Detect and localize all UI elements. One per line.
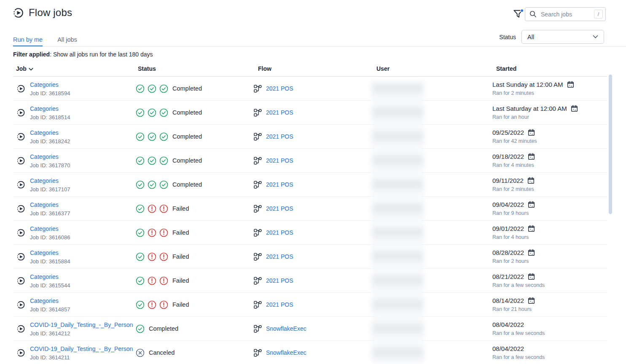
flow-jobs-page: Flow jobs / Run by me All jobs Status Al…	[0, 0, 626, 364]
job-name-link[interactable]: Categories	[30, 225, 59, 232]
job-name-link[interactable]: Categories	[30, 129, 59, 136]
flow-link[interactable]: 2021 POS	[266, 229, 293, 236]
column-header-user: User	[373, 63, 492, 76]
flow-run-icon	[16, 348, 25, 357]
success-icon	[148, 84, 156, 93]
success-icon	[148, 156, 156, 165]
table-row: Categories Job ID: 3618514 Completed 202…	[13, 101, 607, 125]
table-row: COVID-19_Daily_Testing_-_By_Person Job I…	[13, 341, 607, 364]
filter-applied-notice: Filter applied: Show all jobs run for th…	[13, 51, 153, 58]
table-row: Categories Job ID: 3618242 Completed 202…	[13, 125, 607, 149]
calendar-icon	[528, 273, 535, 280]
flow-link[interactable]: SnowflakeExec	[266, 325, 306, 332]
tab-all-jobs[interactable]: All jobs	[57, 36, 77, 46]
status-label: Completed	[172, 157, 202, 164]
error-icon	[159, 252, 168, 261]
job-name-link[interactable]: Categories	[30, 249, 59, 256]
search-box[interactable]: /	[525, 7, 606, 21]
table-row: Categories Job ID: 3616377 Failed 2021 P…	[13, 197, 607, 221]
job-name-link[interactable]: Categories	[30, 105, 59, 112]
filter-applied-text: : Show all jobs run for the last 180 day…	[50, 51, 153, 58]
column-header-job[interactable]: Job	[13, 63, 136, 76]
table-row: Categories Job ID: 3617870 Completed 202…	[13, 149, 607, 173]
started-date: 09/25/2022	[492, 129, 524, 136]
error-icon	[159, 276, 168, 285]
flow-icon	[254, 85, 262, 93]
job-name-link[interactable]: Categories	[30, 177, 59, 184]
run-duration: Ran for 2 hours	[492, 258, 529, 265]
flow-run-icon	[16, 324, 25, 333]
success-icon	[136, 108, 145, 117]
calendar-icon	[528, 201, 535, 208]
job-id: Job ID: 3614211	[30, 354, 133, 361]
job-name-link[interactable]: Categories	[30, 201, 59, 208]
started-date: 08/04/2022	[492, 345, 524, 353]
job-name-link[interactable]: Categories	[30, 273, 59, 280]
flow-link[interactable]: 2021 POS	[266, 253, 293, 260]
flow-icon	[254, 253, 262, 261]
success-icon	[159, 132, 168, 141]
flow-run-icon	[16, 300, 25, 309]
flow-run-icon	[16, 156, 25, 165]
flow-icon	[254, 301, 262, 309]
error-icon	[148, 300, 156, 309]
filter-icon[interactable]	[513, 8, 524, 19]
tab-run-by-me[interactable]: Run by me	[13, 36, 43, 46]
success-icon	[136, 156, 145, 165]
flow-link[interactable]: 2021 POS	[266, 109, 293, 116]
sort-chevron-icon	[29, 68, 33, 71]
table-row: Categories Job ID: 3615544 Failed 2021 P…	[13, 269, 607, 293]
started-date: 09/04/2022	[492, 201, 524, 209]
flow-link[interactable]: 2021 POS	[266, 205, 293, 212]
flow-link[interactable]: 2021 POS	[266, 85, 293, 92]
calendar-icon	[528, 225, 535, 232]
status-icons	[136, 276, 168, 285]
started-date: 08/14/2022	[492, 297, 524, 305]
job-name-link[interactable]: COVID-19_Daily_Testing_-_By_Person	[30, 345, 133, 352]
status-filter-select[interactable]: All	[521, 30, 604, 44]
started-date: 08/28/2022	[492, 249, 524, 257]
tabs: Run by me All jobs	[13, 36, 77, 46]
run-duration: Ran for 4 minutes	[492, 162, 534, 169]
calendar-icon	[528, 297, 535, 304]
status-label: Completed	[172, 109, 202, 116]
tabs-divider	[13, 46, 626, 47]
flow-link[interactable]: 2021 POS	[266, 157, 293, 164]
calendar-icon	[528, 129, 535, 136]
search-shortcut-hint: /	[594, 10, 603, 19]
status-label: Canceled	[149, 349, 175, 356]
flow-run-icon	[16, 204, 25, 213]
flow-icon	[254, 181, 262, 189]
success-icon	[136, 228, 145, 237]
status-label: Completed	[172, 85, 202, 92]
error-icon	[159, 228, 168, 237]
status-icons	[136, 204, 168, 213]
flow-run-icon	[16, 228, 25, 237]
chevron-down-icon	[593, 35, 598, 39]
job-id: Job ID: 3614857	[30, 306, 70, 313]
job-id: Job ID: 3617870	[30, 162, 70, 169]
search-input[interactable]	[540, 11, 591, 18]
success-icon	[136, 84, 145, 93]
flow-link[interactable]: 2021 POS	[266, 133, 293, 140]
status-icons	[136, 252, 168, 261]
flow-link[interactable]: SnowflakeExec	[266, 349, 306, 356]
job-name-link[interactable]: Categories	[30, 297, 59, 304]
error-icon	[148, 228, 156, 237]
column-header-status: Status	[136, 63, 254, 76]
flow-link[interactable]: 2021 POS	[266, 301, 293, 308]
flow-link[interactable]: 2021 POS	[266, 277, 293, 284]
scrollbar-thumb[interactable]	[609, 75, 612, 214]
success-icon	[136, 252, 145, 261]
flow-link[interactable]: 2021 POS	[266, 181, 293, 188]
success-icon	[159, 180, 168, 189]
job-id: Job ID: 3614212	[30, 330, 133, 337]
error-icon	[148, 252, 156, 261]
flow-icon	[254, 277, 262, 285]
job-name-link[interactable]: COVID-19_Daily_Testing_-_By_Person	[30, 321, 133, 328]
flow-icon	[254, 325, 262, 333]
started-date: Last Sunday at 12:00 AM	[492, 81, 563, 88]
job-name-link[interactable]: Categories	[30, 81, 59, 88]
job-name-link[interactable]: Categories	[30, 153, 59, 160]
success-icon	[136, 300, 145, 309]
